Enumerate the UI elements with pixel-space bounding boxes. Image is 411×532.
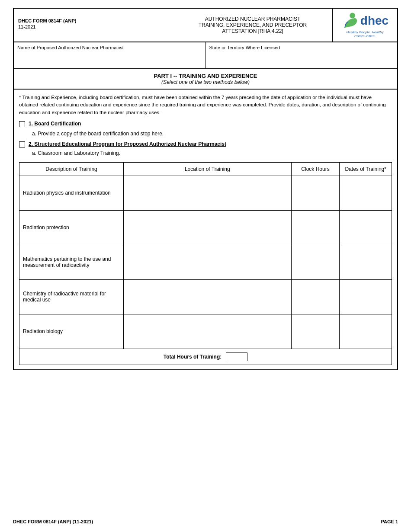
- table-row-3-desc: Chemistry of radioactive material for me…: [19, 279, 124, 314]
- header-box: DHEC FORM 0814F (ANP) 11-2021 AUTHORIZED…: [13, 8, 398, 42]
- footer-left: DHEC FORM 0814F (ANP) (11-2021): [13, 519, 93, 524]
- dhec-logo-main: dhec: [341, 12, 389, 29]
- total-label: Total Hours of Training:: [164, 354, 222, 360]
- option2-number: 2.: [29, 141, 33, 147]
- form-date: 11-2021: [18, 24, 169, 29]
- state-label: State or Territory Where Licensed: [209, 45, 394, 50]
- svg-point-0: [350, 13, 355, 19]
- table-row-4-dates: [340, 314, 392, 349]
- table-row-4-loc: [124, 314, 291, 349]
- table-row-1-desc: Radiation protection: [19, 210, 124, 245]
- table-row-2-hours: [291, 245, 340, 279]
- option2-label: 2. Structured Educational Program for Pr…: [29, 141, 226, 147]
- table-row-0-desc: Radiation physics and instrumentation: [19, 176, 124, 210]
- table-row-3-dates: [340, 279, 392, 314]
- option2-text: Structured Educational Program for Propo…: [34, 141, 226, 147]
- table-row-2-loc: [124, 245, 291, 279]
- table-row-4-hours: [291, 314, 340, 349]
- dhec-tagline: Healthy People. Healthy Communities.: [336, 30, 394, 38]
- form-number: DHEC FORM 0814F (ANP): [18, 18, 169, 23]
- total-row: Total Hours of Training:: [19, 349, 392, 365]
- name-row: Name of Proposed Authorized Nuclear Phar…: [13, 42, 398, 69]
- part1-header: PART I -- TRAINING AND EXPERIENCE: [17, 73, 394, 79]
- header-logo: dhec Healthy People. Healthy Communities…: [332, 9, 397, 42]
- content-area: * Training and Experience, including boa…: [13, 90, 398, 370]
- table-row-2-desc: Mathematics pertaining to the use and me…: [19, 245, 124, 279]
- section-header: PART I -- TRAINING AND EXPERIENCE (Selec…: [13, 69, 398, 90]
- option1-label: 1. Board Certification: [29, 121, 81, 127]
- table-row: Radiation physics and instrumentation: [19, 176, 392, 210]
- total-input-box[interactable]: [226, 353, 247, 361]
- col-desc-header: Description of Training: [19, 162, 124, 176]
- table-row-1-dates: [340, 210, 392, 245]
- table-header-row: Description of Training Location of Trai…: [19, 162, 392, 176]
- dhec-leaf-icon: [341, 12, 359, 29]
- col-hours-header: Clock Hours: [291, 162, 340, 176]
- name-cell: Name of Proposed Authorized Nuclear Phar…: [14, 42, 206, 68]
- title-line3: ATTESTATION [RHA 4.22]: [199, 28, 307, 34]
- total-cell: Total Hours of Training:: [19, 349, 392, 365]
- title-line1: AUTHORIZED NUCLEAR PHARMACIST: [199, 16, 307, 22]
- page: DHEC FORM 0814F (ANP) 11-2021 AUTHORIZED…: [0, 0, 411, 532]
- notice-text: * Training and Experience, including boa…: [19, 94, 392, 116]
- footer: DHEC FORM 0814F (ANP) (11-2021) PAGE 1: [13, 516, 398, 524]
- title-line2: TRAINING, EXPERIENCE, AND PRECEPTOR: [199, 22, 307, 28]
- table-row-3-loc: [124, 279, 291, 314]
- table-row: Radiation biology: [19, 314, 392, 349]
- table-row-4-desc: Radiation biology: [19, 314, 124, 349]
- header-inner: DHEC FORM 0814F (ANP) 11-2021 AUTHORIZED…: [14, 9, 397, 42]
- header-left: DHEC FORM 0814F (ANP) 11-2021: [14, 9, 173, 42]
- option1-sub: a. Provide a copy of the board certifica…: [32, 131, 392, 137]
- table-row: Mathematics pertaining to the use and me…: [19, 245, 392, 279]
- table-row-2-dates: [340, 245, 392, 279]
- col-loc-header: Location of Training: [124, 162, 291, 176]
- option1-text: Board Certification: [34, 121, 81, 127]
- header-title: AUTHORIZED NUCLEAR PHARMACIST TRAINING, …: [173, 9, 332, 42]
- table-row: Chemistry of radioactive material for me…: [19, 279, 392, 314]
- table-row-1-loc: [124, 210, 291, 245]
- table-row-0-hours: [291, 176, 340, 210]
- option1-number: 1.: [29, 121, 33, 127]
- table-row-0-loc: [124, 176, 291, 210]
- option2-row: 2. Structured Educational Program for Pr…: [19, 141, 392, 147]
- classroom-label: a. Classroom and Laboratory Training.: [32, 150, 392, 156]
- name-label: Name of Proposed Authorized Nuclear Phar…: [17, 45, 202, 50]
- dhec-logo: dhec Healthy People. Healthy Communities…: [336, 12, 394, 38]
- notice-body: Training and Experience, including board…: [19, 95, 386, 115]
- table-row-3-hours: [291, 279, 340, 314]
- option2-checkbox[interactable]: [19, 141, 25, 147]
- table-row-1-hours: [291, 210, 340, 245]
- option1-row: 1. Board Certification: [19, 121, 392, 127]
- footer-right: PAGE 1: [381, 519, 398, 524]
- table-row: Radiation protection: [19, 210, 392, 245]
- table-row-0-dates: [340, 176, 392, 210]
- training-table: Description of Training Location of Trai…: [19, 162, 392, 365]
- part1-subheader: (Select one of the two methods below): [17, 79, 394, 85]
- dhec-text: dhec: [360, 14, 389, 28]
- col-dates-header: Dates of Training*: [340, 162, 392, 176]
- state-cell: State or Territory Where Licensed: [206, 42, 398, 68]
- option1-checkbox[interactable]: [19, 121, 25, 127]
